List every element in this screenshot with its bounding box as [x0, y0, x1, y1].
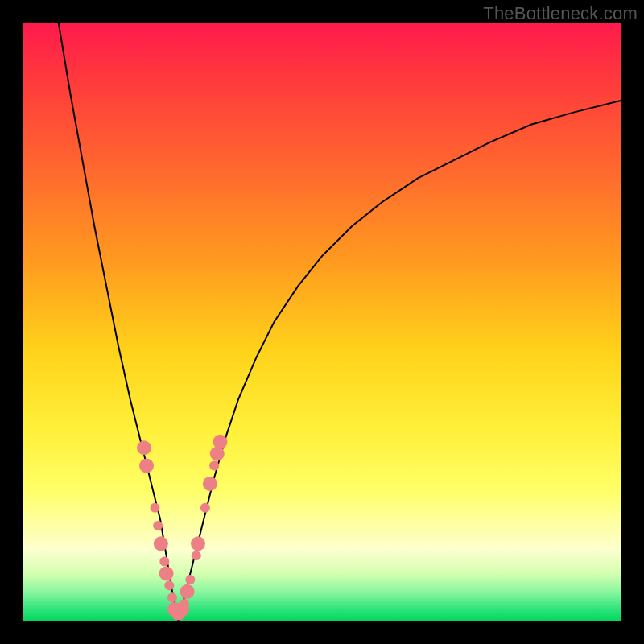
data-marker: [139, 459, 154, 473]
data-marker: [164, 580, 174, 590]
data-marker: [180, 599, 189, 609]
watermark-text: TheBottleneck.com: [483, 3, 638, 24]
data-marker: [159, 557, 169, 567]
series-left-branch: [59, 23, 179, 621]
data-marker: [213, 435, 228, 449]
data-marker: [203, 477, 217, 491]
data-marker: [200, 503, 210, 513]
series-right-branch: [178, 101, 621, 621]
data-marker: [159, 566, 174, 580]
data-marker: [180, 584, 195, 599]
chart-svg: [23, 23, 621, 621]
data-marker: [191, 536, 205, 551]
outer-frame: TheBottleneck.com: [0, 0, 644, 644]
curve-group: [59, 23, 621, 621]
data-marker: [209, 461, 219, 471]
data-marker: [185, 575, 195, 584]
data-marker: [150, 503, 159, 513]
data-marker: [154, 536, 168, 551]
data-marker: [153, 521, 163, 530]
data-marker: [192, 551, 201, 560]
data-marker: [167, 592, 177, 602]
marker-group: [137, 435, 227, 621]
plot-area: [23, 23, 621, 621]
data-marker: [137, 440, 151, 455]
